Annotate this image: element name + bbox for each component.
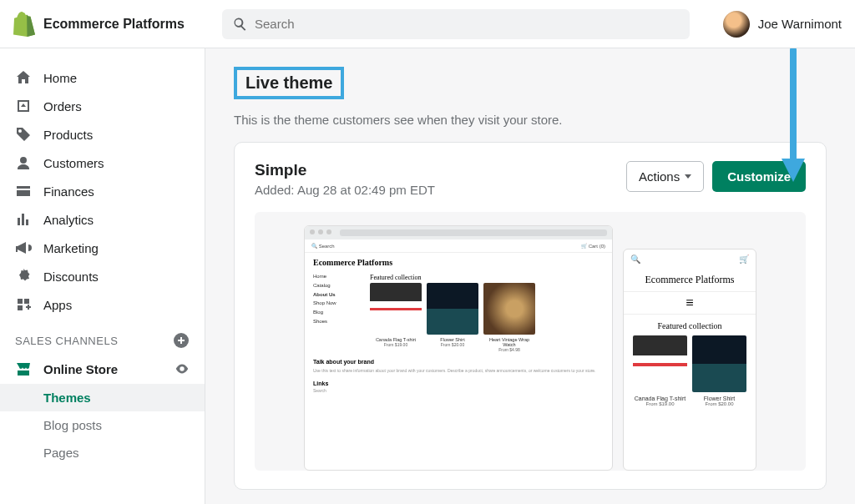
avatar bbox=[723, 11, 750, 38]
search-icon bbox=[232, 16, 248, 33]
theme-header: Simple Added: Aug 28 at 02:49 pm EDT Act… bbox=[255, 161, 806, 197]
nav-customers[interactable]: Customers bbox=[0, 149, 205, 177]
search-input[interactable] bbox=[255, 17, 680, 31]
chevron-down-icon bbox=[685, 174, 691, 179]
theme-meta: Added: Aug 28 at 02:49 pm EDT bbox=[255, 183, 435, 197]
theme-name: Simple bbox=[255, 161, 435, 179]
desktop-preview: 🔍 Search🛒 Cart (0) Ecommerce Platforms H… bbox=[304, 225, 613, 471]
tag-icon bbox=[15, 126, 32, 143]
person-icon bbox=[15, 154, 32, 171]
orders-icon bbox=[15, 98, 32, 114]
search-box[interactable] bbox=[222, 9, 690, 39]
home-icon bbox=[15, 69, 32, 86]
subnav-blog-posts[interactable]: Blog posts bbox=[43, 411, 205, 439]
channel-online-store[interactable]: Online Store bbox=[0, 354, 205, 384]
apps-icon bbox=[15, 296, 32, 313]
sales-channels-header: SALES CHANNELS bbox=[0, 319, 205, 354]
nav-analytics[interactable]: Analytics bbox=[0, 205, 205, 234]
layout: Home Orders Products Customers Finances … bbox=[0, 48, 855, 504]
store-icon bbox=[15, 360, 32, 377]
live-theme-subtitle: This is the theme customers see when the… bbox=[234, 113, 827, 127]
preview-stage: 🔍 Search🛒 Cart (0) Ecommerce Platforms H… bbox=[255, 212, 806, 471]
theme-card: Simple Added: Aug 28 at 02:49 pm EDT Act… bbox=[234, 142, 827, 490]
nav-products[interactable]: Products bbox=[0, 120, 205, 149]
nav-orders[interactable]: Orders bbox=[0, 92, 205, 120]
megaphone-icon bbox=[15, 239, 32, 256]
live-theme-heading: Live theme bbox=[245, 73, 332, 93]
topbar: Ecommerce Platforms Joe Warnimont bbox=[0, 0, 855, 48]
customize-button[interactable]: Customize bbox=[712, 161, 806, 192]
subnav-pages[interactable]: Pages bbox=[43, 439, 205, 466]
online-store-subnav: Themes Blog posts Pages bbox=[0, 384, 205, 466]
add-channel-icon[interactable] bbox=[173, 332, 190, 349]
theme-actions: Actions Customize bbox=[626, 161, 806, 192]
finances-icon bbox=[15, 183, 32, 199]
user-area[interactable]: Joe Warnimont bbox=[723, 11, 842, 38]
logo-area: Ecommerce Platforms bbox=[13, 12, 205, 37]
mobile-preview: 🔍🛒 Ecommerce Platforms ≡ Featured collec… bbox=[623, 249, 756, 471]
nav-finances[interactable]: Finances bbox=[0, 177, 205, 205]
actions-button[interactable]: Actions bbox=[626, 161, 704, 192]
eye-icon[interactable] bbox=[175, 361, 190, 376]
nav-marketing[interactable]: Marketing bbox=[0, 234, 205, 262]
main-content: Live theme This is the theme customers s… bbox=[205, 48, 855, 504]
user-name: Joe Warnimont bbox=[758, 17, 842, 31]
nav-apps[interactable]: Apps bbox=[0, 290, 205, 319]
nav-discounts[interactable]: Discounts bbox=[0, 262, 205, 290]
shopify-logo-icon bbox=[13, 12, 35, 37]
live-theme-highlight: Live theme bbox=[234, 67, 344, 99]
subnav-themes[interactable]: Themes bbox=[0, 384, 205, 411]
search-wrap bbox=[222, 9, 690, 39]
store-name: Ecommerce Platforms bbox=[43, 17, 185, 32]
sidebar: Home Orders Products Customers Finances … bbox=[0, 48, 205, 504]
analytics-icon bbox=[15, 211, 32, 228]
discount-icon bbox=[15, 268, 32, 285]
nav-home[interactable]: Home bbox=[0, 63, 205, 92]
